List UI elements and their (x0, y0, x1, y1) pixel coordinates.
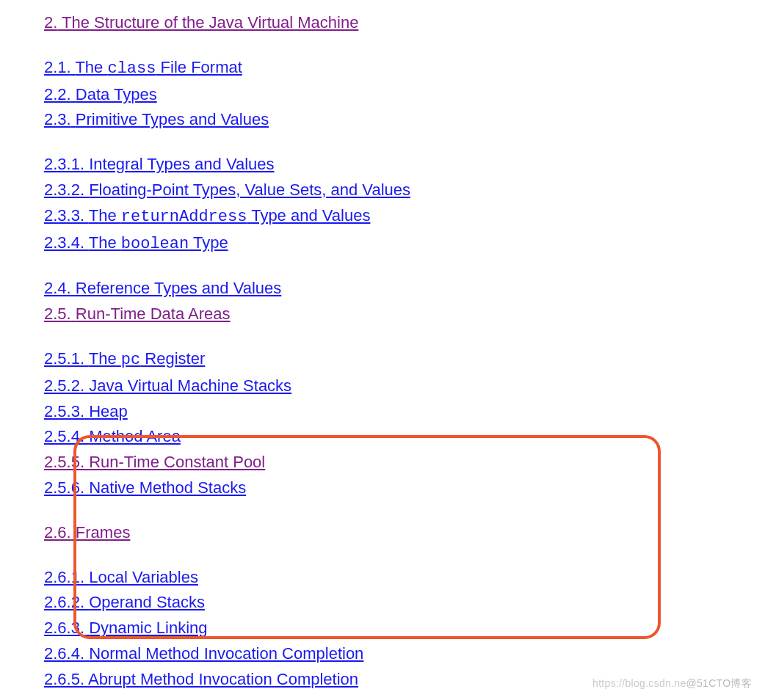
link-2-5-1[interactable]: 2.5.1. The pc Register (44, 349, 205, 368)
link-2-2[interactable]: 2.2. Data Types (44, 85, 157, 103)
toc-chapter-2: 2. The Structure of the Java Virtual Mac… (44, 12, 765, 34)
watermark: https://blog.csdn.ne@51CTO博客 (592, 677, 752, 691)
link-2-3-2[interactable]: 2.3.2. Floating-Point Types, Value Sets,… (44, 181, 410, 199)
link-2-3-1[interactable]: 2.3.1. Integral Types and Values (44, 155, 275, 173)
toc-content: 2. The Structure of the Java Virtual Mac… (0, 0, 765, 700)
link-2-6-1[interactable]: 2.6.1. Local Variables (44, 568, 198, 586)
link-2-5-2[interactable]: 2.5.2. Java Virtual Machine Stacks (44, 376, 291, 395)
link-2-4[interactable]: 2.4. Reference Types and Values (44, 279, 281, 297)
link-2-6-4[interactable]: 2.6.4. Normal Method Invocation Completi… (44, 644, 363, 663)
link-2-6-5[interactable]: 2.6.5. Abrupt Method Invocation Completi… (44, 670, 358, 688)
link-2-6-2[interactable]: 2.6.2. Operand Stacks (44, 593, 205, 611)
link-2-5-4[interactable]: 2.5.4. Method Area (44, 427, 181, 445)
link-2[interactable]: 2. The Structure of the Java Virtual Mac… (44, 13, 358, 32)
link-2-3-4[interactable]: 2.3.4. The boolean Type (44, 233, 228, 252)
link-2-1[interactable]: 2.1. The class File Format (44, 58, 242, 76)
link-2-6[interactable]: 2.6. Frames (44, 523, 130, 542)
link-2-5[interactable]: 2.5. Run-Time Data Areas (44, 305, 231, 323)
link-2-5-5[interactable]: 2.5.5. Run-Time Constant Pool (44, 453, 265, 471)
link-2-5-6[interactable]: 2.5.6. Native Method Stacks (44, 478, 246, 497)
link-2-5-3[interactable]: 2.5.3. Heap (44, 402, 128, 420)
link-2-6-3[interactable]: 2.6.3. Dynamic Linking (44, 619, 208, 637)
link-2-3-3[interactable]: 2.3.3. The returnAddress Type and Values (44, 206, 370, 225)
link-2-3[interactable]: 2.3. Primitive Types and Values (44, 110, 269, 128)
